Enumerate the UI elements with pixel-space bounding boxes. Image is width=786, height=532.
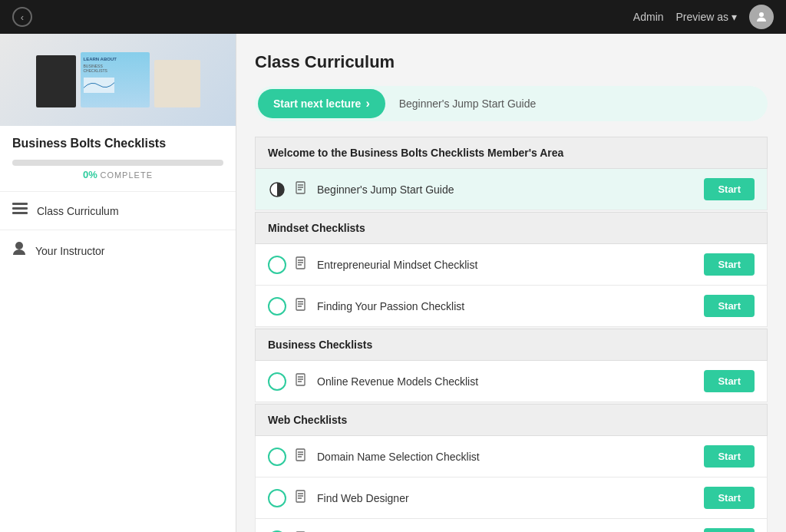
thumbnail-book1 [36, 55, 76, 107]
svg-point-5 [15, 242, 23, 249]
lecture-row: Beginner's Jump Start GuideStart [255, 169, 768, 210]
instructor-icon [12, 241, 26, 260]
sidebar-item-label-instructor: Your Instructor [35, 245, 105, 257]
circle-check-icon [268, 256, 286, 274]
svg-rect-3 [12, 207, 28, 210]
circle-check-icon [268, 489, 286, 507]
top-navigation: ‹ Admin Preview as ▾ [0, 0, 786, 34]
progress-bar-background [12, 160, 223, 166]
document-icon [296, 448, 308, 465]
section-header-business: Business Checklists [255, 329, 768, 361]
lecture-start-button[interactable]: Start [704, 445, 755, 468]
curriculum-section-business: Business ChecklistsOnline Revenue Models… [255, 329, 768, 402]
section-header-mindset: Mindset Checklists [255, 212, 768, 244]
curriculum-section-welcome: Welcome to the Business Bolts Checklists… [255, 137, 768, 210]
start-btn-label: Start next lecture [273, 97, 361, 110]
back-button[interactable]: ‹ [12, 7, 32, 27]
course-thumbnail: LEARN ABOUT BUSINESS CHECKLISTS [0, 34, 236, 126]
lecture-row: Finding Your Passion ChecklistStart [255, 286, 768, 327]
sidebar-item-instructor[interactable]: Your Instructor [0, 230, 236, 271]
svg-point-0 [759, 12, 764, 17]
half-circle-icon [268, 180, 286, 199]
lecture-start-button[interactable]: Start [704, 528, 755, 532]
nav-left: ‹ [12, 7, 32, 27]
thumbnail-book2: LEARN ABOUT BUSINESS CHECKLISTS [81, 52, 150, 107]
thumbnail-book3 [154, 60, 200, 107]
document-icon [296, 373, 308, 390]
lecture-title: Beginner's Jump Start Guide [317, 183, 695, 196]
content-inner: Class Curriculum Start next lecture › Be… [236, 34, 786, 532]
lecture-start-button[interactable]: Start [704, 295, 755, 317]
circle-check-icon [268, 372, 286, 391]
curriculum-section-web: Web ChecklistsDomain Name Selection Chec… [255, 404, 768, 532]
progress-text: 0% COMPLETE [12, 169, 223, 180]
document-icon [296, 181, 308, 198]
lecture-start-button[interactable]: Start [704, 487, 755, 509]
lecture-row: Online Revenue Models ChecklistStart [255, 361, 768, 402]
document-icon [296, 256, 308, 273]
main-layout: LEARN ABOUT BUSINESS CHECKLISTS Business… [0, 34, 786, 532]
curriculum-section-mindset: Mindset ChecklistsEntrepreneurial Mindse… [255, 212, 768, 327]
sidebar: LEARN ABOUT BUSINESS CHECKLISTS Business… [0, 34, 236, 532]
curriculum-container: Welcome to the Business Bolts Checklists… [255, 137, 768, 532]
lecture-start-button[interactable]: Start [704, 178, 755, 200]
page-title: Class Curriculum [255, 52, 768, 72]
lecture-start-button[interactable]: Start [704, 253, 755, 276]
start-btn-arrow: › [365, 97, 369, 111]
document-icon [296, 298, 308, 315]
start-lecture-bar: Start next lecture › Beginner's Jump Sta… [255, 86, 768, 121]
lecture-row: Find Web DesignerStart [255, 477, 768, 519]
sidebar-item-class-curriculum[interactable]: Class Curriculum [0, 191, 236, 230]
lecture-title: Domain Name Selection Checklist [317, 451, 695, 463]
progress-percent: 0% [83, 169, 97, 180]
lecture-row: Domain Name Selection ChecklistStart [255, 436, 768, 477]
lecture-start-button[interactable]: Start [704, 370, 755, 392]
progress-wrap: 0% COMPLETE [0, 154, 236, 183]
course-title: Business Bolts Checklists [0, 126, 236, 154]
circle-check-icon [268, 448, 286, 466]
section-header-welcome: Welcome to the Business Bolts Checklists… [255, 137, 768, 169]
main-content: Class Curriculum Start next lecture › Be… [236, 34, 786, 532]
lecture-title: Online Revenue Models Checklist [317, 375, 695, 388]
lecture-title: Find Web Designer [317, 492, 695, 504]
next-lecture-title: Beginner's Jump Start Guide [385, 97, 550, 110]
svg-rect-4 [12, 212, 28, 214]
start-next-lecture-button[interactable]: Start next lecture › [258, 89, 385, 118]
lecture-row: Entrepreneurial Mindset ChecklistStart [255, 244, 768, 286]
admin-label[interactable]: Admin [633, 11, 664, 23]
sidebar-item-label-curriculum: Class Curriculum [37, 205, 119, 217]
document-icon [296, 490, 308, 507]
circle-check-icon [268, 297, 286, 316]
nav-right: Admin Preview as ▾ [633, 5, 774, 29]
preview-as-button[interactable]: Preview as ▾ [676, 11, 737, 23]
user-avatar[interactable] [749, 5, 774, 29]
lecture-title: Entrepreneurial Mindset Checklist [317, 259, 695, 271]
sidebar-nav: Class Curriculum Your Instructor [0, 191, 236, 271]
svg-rect-2 [12, 203, 28, 205]
progress-label: COMPLETE [100, 170, 153, 180]
lecture-title: Finding Your Passion Checklist [317, 300, 695, 312]
curriculum-icon [12, 203, 28, 219]
section-header-web: Web Checklists [255, 404, 768, 436]
lecture-row: WordPress Installation ChecklistStart [255, 519, 768, 532]
